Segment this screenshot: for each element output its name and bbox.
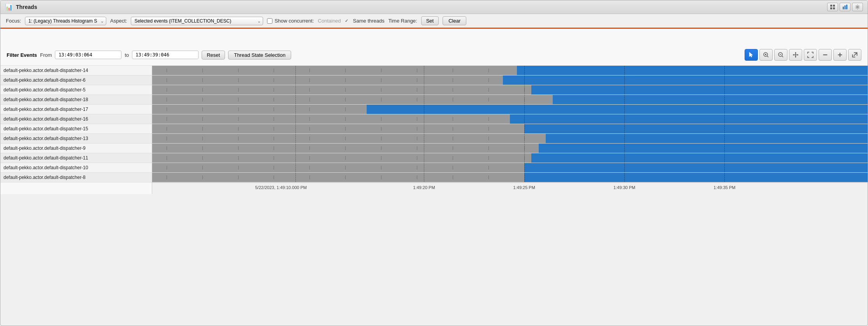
activity-mark [238,137,239,140]
show-concurrent-checkbox[interactable] [267,18,272,24]
set-button[interactable]: Set [421,16,439,25]
svg-rect-3 [833,7,835,9]
activity-mark [238,166,239,170]
activity-mark [417,127,417,131]
axis-label: 5/22/2023, 1:49:10.000 PM [255,185,307,190]
chart-row [152,95,868,105]
activity-mark [309,127,310,131]
window-title: Threads [16,4,824,10]
chart-view-btn[interactable] [840,3,850,11]
aspect-select-wrapper[interactable]: Selected events (ITEM_COLLECTION_DESC) [131,17,263,25]
blue-segment [546,134,868,143]
clear-button[interactable]: Clear [443,16,466,25]
activity-mark [345,137,346,140]
activity-mark [167,78,167,82]
tick-line [524,163,525,172]
activity-mark [345,107,346,111]
list-item: default-pekko.actor.default-dispatcher-1… [0,153,152,163]
activity-mark [345,127,346,131]
tick-line [295,173,296,182]
tick-line [624,75,625,85]
activity-mark [238,175,239,179]
grid-view-btn[interactable] [827,3,838,11]
zoom-in-tool-btn[interactable] [759,49,773,61]
spacer [0,29,868,44]
activity-mark [274,137,274,140]
pan-tool-btn[interactable] [789,49,802,61]
activity-mark [453,98,453,102]
zoom-plus-btn[interactable] [833,49,847,61]
settings-btn[interactable] [852,3,863,11]
activity-mark [381,146,381,150]
fit-tool-btn[interactable] [804,49,817,61]
activity-mark [417,98,417,102]
activity-mark [238,68,239,72]
activity-mark [167,175,167,179]
activity-mark [488,137,489,140]
activity-mark [381,175,381,179]
zoom-out-icon [778,52,784,58]
tick-line [724,85,725,95]
thread-state-button[interactable]: Thread State Selection [228,51,291,60]
tick-line [524,114,525,124]
activity-mark [309,78,310,82]
activity-mark [417,146,417,150]
zoom-minus-btn[interactable] [819,49,832,61]
activity-mark [345,166,346,170]
window-icon: 📊 [5,4,13,11]
activity-mark [238,78,239,82]
timeline-axis: 5/22/2023, 1:49:10.000 PM1:49:20 PM1:49:… [152,182,868,194]
activity-mark [167,68,167,72]
gray-segment [152,66,517,75]
zoom-out-tool-btn[interactable] [774,49,787,61]
chart-area: default-pekko.actor.default-dispatcher-1… [0,66,868,194]
activity-mark [417,117,417,121]
activity-mark [345,175,346,179]
list-item: default-pekko.actor.default-dispatcher-1… [0,114,152,124]
axis-label: 1:49:35 PM [713,185,735,190]
axis-label: 1:49:30 PM [613,185,635,190]
tick-line [524,75,525,85]
tick-line [424,124,424,133]
tick-line [295,105,296,114]
to-time-input[interactable] [132,51,199,59]
aspect-select[interactable]: Selected events (ITEM_COLLECTION_DESC) [131,17,263,25]
tick-line [424,153,424,163]
svg-line-25 [854,53,857,56]
export-btn[interactable] [848,49,861,61]
settings-icon [855,4,860,10]
reset-button[interactable]: Reset [202,51,225,60]
activity-mark [488,68,489,72]
activity-mark [238,107,239,111]
activity-mark [381,98,381,102]
activity-mark [202,146,203,150]
title-bar-controls [827,3,863,11]
gray-segment [152,105,367,114]
tick-line [424,105,424,114]
to-label: to [125,52,129,58]
cursor-tool-btn[interactable] [745,49,758,61]
chart-canvas[interactable]: 5/22/2023, 1:49:10.000 PM1:49:20 PM1:49:… [152,66,868,194]
activity-mark [274,146,274,150]
activity-mark [381,88,381,92]
activity-mark [274,156,274,160]
cursor-icon [748,52,754,58]
tick-line [624,163,625,172]
activity-mark [202,117,203,121]
focus-select[interactable]: 1: (Legacy) Threads Histogram S [25,17,106,25]
from-time-input[interactable] [55,51,121,59]
activity-mark [202,68,203,72]
chart-row [152,163,868,173]
tick-line [424,163,424,172]
tick-line [295,134,296,143]
from-label: From [40,52,52,58]
activity-mark [524,98,525,102]
plus-icon [837,52,843,58]
chart-row [152,75,868,85]
svg-marker-18 [795,52,796,53]
svg-rect-6 [846,5,847,9]
activity-mark [309,98,310,102]
activity-mark [309,156,310,160]
axis-label: 1:49:25 PM [513,185,535,190]
focus-select-wrapper[interactable]: 1: (Legacy) Threads Histogram S [25,17,106,25]
